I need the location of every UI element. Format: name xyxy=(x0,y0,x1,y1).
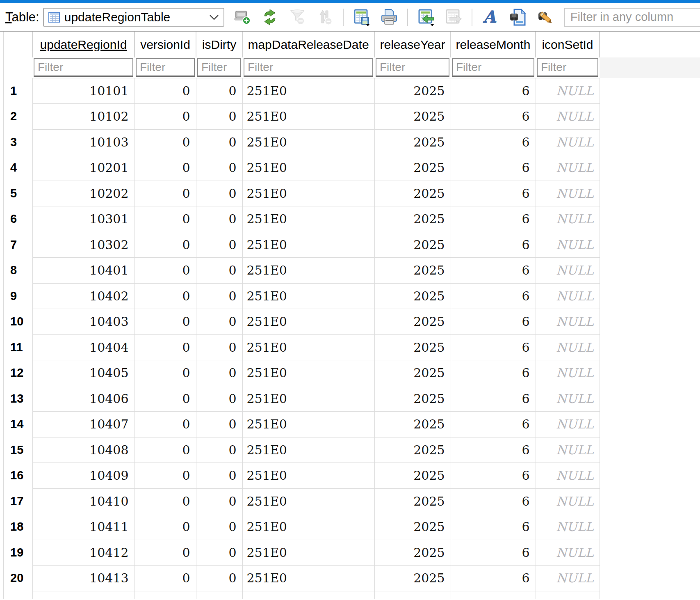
column-filter-input-mapDataReleaseDate[interactable] xyxy=(244,58,373,77)
cell-versionId[interactable]: 0 xyxy=(135,258,196,284)
cell-releaseYear[interactable]: 2025 xyxy=(374,540,451,566)
cell-updateRegionId[interactable]: 10401 xyxy=(32,258,135,284)
row-number[interactable]: 10 xyxy=(4,309,32,335)
cell-versionId[interactable]: 0 xyxy=(135,232,196,258)
cell-versionId[interactable]: 0 xyxy=(135,206,196,232)
row-number[interactable]: 12 xyxy=(4,360,32,386)
column-filter-input-releaseYear[interactable] xyxy=(376,58,449,77)
cell-mapDataReleaseDate[interactable]: 251E0 xyxy=(242,232,374,258)
cell-updateRegionId[interactable]: 10406 xyxy=(32,386,135,412)
row-number[interactable]: 20 xyxy=(4,566,32,591)
cell-iconSetId[interactable]: NULL xyxy=(536,309,600,335)
cell-iconSetId[interactable]: NULL xyxy=(536,386,600,412)
import-button[interactable] xyxy=(417,8,436,27)
cell-versionId[interactable]: 0 xyxy=(135,334,196,360)
cell-mapDataReleaseDate[interactable]: 251E0 xyxy=(242,437,374,463)
row-number[interactable]: 11 xyxy=(4,334,32,360)
cell-iconSetId[interactable]: NULL xyxy=(536,540,600,566)
row-number[interactable]: 16 xyxy=(4,463,32,489)
cell-mapDataReleaseDate[interactable]: 251E0 xyxy=(242,463,374,489)
column-filter-input-updateRegionId[interactable] xyxy=(34,58,133,77)
cell-releaseYear[interactable]: 2025 xyxy=(374,129,451,155)
row-number[interactable]: 18 xyxy=(4,514,32,540)
cell-releaseYear[interactable]: 2025 xyxy=(374,155,451,181)
cell-releaseYear[interactable]: 2025 xyxy=(374,360,451,386)
cell-updateRegionId[interactable]: 10409 xyxy=(32,463,135,489)
cell-versionId[interactable]: 0 xyxy=(135,181,196,206)
column-header-releaseYear[interactable]: releaseYear xyxy=(374,32,451,57)
cell-versionId[interactable]: 0 xyxy=(135,104,196,130)
cell-releaseMonth[interactable]: 6 xyxy=(451,514,536,540)
cell-mapDataReleaseDate[interactable]: 251E0 xyxy=(242,104,374,130)
print-button[interactable] xyxy=(380,8,399,27)
cell-isDirty[interactable]: 0 xyxy=(196,412,242,437)
cell-releaseYear[interactable]: 2025 xyxy=(374,463,451,489)
cell-releaseYear[interactable]: 2025 xyxy=(374,437,451,463)
cell-releaseYear[interactable]: 2025 xyxy=(374,566,451,591)
cell-releaseMonth[interactable]: 6 xyxy=(451,104,536,130)
cell-releaseYear[interactable]: 2025 xyxy=(374,78,451,104)
cell-updateRegionId[interactable]: 10411 xyxy=(32,514,135,540)
cell-updateRegionId[interactable]: 10413 xyxy=(32,566,135,591)
cell-mapDataReleaseDate[interactable]: 251E0 xyxy=(242,129,374,155)
row-number[interactable]: 9 xyxy=(4,283,32,309)
cell-releaseMonth[interactable]: 6 xyxy=(451,334,536,360)
cell-isDirty[interactable]: 0 xyxy=(196,540,242,566)
column-header-mapDataReleaseDate[interactable]: mapDataReleaseDate xyxy=(242,32,374,57)
cell-releaseYear[interactable]: 2025 xyxy=(374,334,451,360)
row-number[interactable]: 1 xyxy=(4,78,32,104)
column-header-updateRegionId[interactable]: updateRegionId xyxy=(32,32,135,57)
cell-updateRegionId[interactable]: 10410 xyxy=(32,488,135,514)
cell-isDirty[interactable]: 0 xyxy=(196,360,242,386)
cell-iconSetId[interactable]: NULL xyxy=(536,181,600,206)
cell-isDirty[interactable]: 0 xyxy=(196,232,242,258)
cell-isDirty[interactable]: 0 xyxy=(196,181,242,206)
cell-versionId[interactable]: 0 xyxy=(135,566,196,591)
cell-releaseYear[interactable]: 2025 xyxy=(374,412,451,437)
cell-isDirty[interactable]: 0 xyxy=(196,155,242,181)
cell-isDirty[interactable]: 0 xyxy=(196,334,242,360)
cell-releaseYear[interactable]: 2025 xyxy=(374,386,451,412)
cell-iconSetId[interactable]: NULL xyxy=(536,488,600,514)
find-button[interactable] xyxy=(508,8,527,27)
global-filter-input[interactable] xyxy=(564,8,700,27)
cell-versionId[interactable]: 0 xyxy=(135,463,196,489)
save-table-button[interactable] xyxy=(352,8,371,27)
cell-releaseYear[interactable]: 2025 xyxy=(374,232,451,258)
cell-iconSetId[interactable]: NULL xyxy=(536,360,600,386)
refresh-button[interactable] xyxy=(260,8,279,27)
cell-updateRegionId[interactable]: 10407 xyxy=(32,412,135,437)
cell-isDirty[interactable]: 0 xyxy=(196,206,242,232)
cell-releaseMonth[interactable]: 6 xyxy=(451,463,536,489)
row-number[interactable]: 3 xyxy=(4,129,32,155)
column-header-versionId[interactable]: versionId xyxy=(135,32,196,57)
cell-updateRegionId[interactable]: 10202 xyxy=(32,181,135,206)
row-number[interactable]: 19 xyxy=(4,540,32,566)
cell-releaseMonth[interactable]: 6 xyxy=(451,181,536,206)
replace-button[interactable] xyxy=(536,8,555,27)
cell-releaseMonth[interactable]: 6 xyxy=(451,437,536,463)
cell-iconSetId[interactable]: NULL xyxy=(536,463,600,489)
cell-isDirty[interactable]: 0 xyxy=(196,309,242,335)
column-header-iconSetId[interactable]: iconSetId xyxy=(536,32,600,57)
cell-mapDataReleaseDate[interactable]: 251E0 xyxy=(242,78,374,104)
column-filter-input-isDirty[interactable] xyxy=(197,58,241,77)
row-number[interactable]: 14 xyxy=(4,412,32,437)
cell-mapDataReleaseDate[interactable]: 251E0 xyxy=(242,360,374,386)
cell-updateRegionId[interactable]: 10201 xyxy=(32,155,135,181)
cell-mapDataReleaseDate[interactable]: 251E0 xyxy=(242,309,374,335)
cell-mapDataReleaseDate[interactable]: 251E0 xyxy=(242,283,374,309)
row-number[interactable]: 5 xyxy=(4,181,32,206)
cell-versionId[interactable]: 0 xyxy=(135,309,196,335)
cell-mapDataReleaseDate[interactable]: 251E0 xyxy=(242,334,374,360)
cell-updateRegionId[interactable]: 10412 xyxy=(32,540,135,566)
cell-iconSetId[interactable]: NULL xyxy=(536,206,600,232)
cell-releaseYear[interactable]: 2025 xyxy=(374,104,451,130)
cell-isDirty[interactable]: 0 xyxy=(196,488,242,514)
cell-isDirty[interactable]: 0 xyxy=(196,463,242,489)
cell-releaseMonth[interactable]: 6 xyxy=(451,283,536,309)
cell-versionId[interactable]: 0 xyxy=(135,488,196,514)
cell-mapDataReleaseDate[interactable]: 251E0 xyxy=(242,514,374,540)
insert-record-button[interactable] xyxy=(233,8,252,27)
row-number[interactable]: 13 xyxy=(4,386,32,412)
